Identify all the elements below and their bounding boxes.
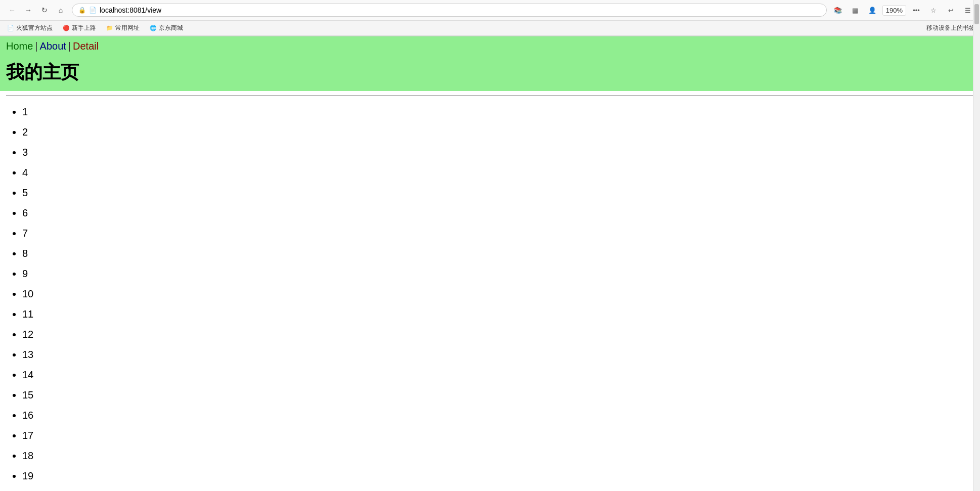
number-list: 123456789101112131415161718192021 xyxy=(6,102,974,491)
bookmark-newuser-icon: 🔴 xyxy=(63,25,70,31)
star-button[interactable]: ☆ xyxy=(926,3,941,17)
address-bar-container: 🔒 📄 xyxy=(72,4,827,17)
bookmark-common-icon: 📁 xyxy=(106,25,113,31)
list-item: 15 xyxy=(22,385,974,405)
list-item: 12 xyxy=(22,324,974,344)
address-input[interactable] xyxy=(100,6,820,14)
content-area: 123456789101112131415161718192021 xyxy=(0,95,980,491)
nav-buttons: ← → ↻ ⌂ xyxy=(5,3,68,17)
browser-toolbar: ← → ↻ ⌂ 🔒 📄 📚 ▦ 👤 190% ••• ☆ ↩ ☰ xyxy=(0,0,980,21)
bookmark-common-label: 常用网址 xyxy=(115,24,140,32)
list-item: 2 xyxy=(22,122,974,142)
list-item: 9 xyxy=(22,263,974,284)
page-content: Home | About | Detail 我的主页 1234567891011… xyxy=(0,36,980,491)
nav-detail-link[interactable]: Detail xyxy=(73,40,99,52)
bookmark-firefox[interactable]: 📄 火狐官方站点 xyxy=(5,23,55,33)
list-item: 3 xyxy=(22,142,974,162)
browser-chrome: ← → ↻ ⌂ 🔒 📄 📚 ▦ 👤 190% ••• ☆ ↩ ☰ 📄 火狐官方站… xyxy=(0,0,980,36)
list-item: 5 xyxy=(22,183,974,203)
undo-button[interactable]: ↩ xyxy=(944,3,958,17)
list-item: 17 xyxy=(22,425,974,445)
list-item: 11 xyxy=(22,304,974,324)
nav-separator-2: | xyxy=(68,40,71,52)
list-item: 20 xyxy=(22,486,974,491)
scrollbar-thumb[interactable] xyxy=(974,4,979,24)
list-item: 7 xyxy=(22,223,974,243)
list-item: 1 xyxy=(22,102,974,122)
account-button[interactable]: 👤 xyxy=(865,3,879,17)
nav-header: Home | About | Detail xyxy=(0,36,980,56)
security-icon: 🔒 xyxy=(78,7,86,14)
bookmark-firefox-icon: 📄 xyxy=(7,25,14,31)
bookmark-jd-icon: 🌐 xyxy=(150,25,157,31)
list-item: 6 xyxy=(22,203,974,223)
scrollbar[interactable] xyxy=(973,0,980,491)
list-item: 10 xyxy=(22,284,974,304)
bookmark-common[interactable]: 📁 常用网址 xyxy=(104,23,142,33)
list-item: 13 xyxy=(22,344,974,365)
bookmark-newuser[interactable]: 🔴 新手上路 xyxy=(61,23,98,33)
list-item: 19 xyxy=(22,466,974,486)
toolbar-right: 📚 ▦ 👤 190% ••• ☆ ↩ ☰ xyxy=(831,3,975,17)
bookmark-jd[interactable]: 🌐 京东商城 xyxy=(148,23,185,33)
nav-links: Home | About | Detail xyxy=(6,40,974,52)
list-item: 18 xyxy=(22,445,974,466)
sidebar-button[interactable]: ▦ xyxy=(848,3,862,17)
home-button[interactable]: ⌂ xyxy=(54,3,68,17)
nav-home-link[interactable]: Home xyxy=(6,40,33,52)
list-item: 16 xyxy=(22,405,974,425)
library-button[interactable]: 📚 xyxy=(831,3,845,17)
bookmark-jd-label: 京东商城 xyxy=(159,24,183,32)
bookmarks-bar: 📄 火狐官方站点 🔴 新手上路 📁 常用网址 🌐 京东商城 移动设备上的书签 xyxy=(0,21,980,36)
more-button[interactable]: ••• xyxy=(909,3,923,17)
back-button[interactable]: ← xyxy=(5,3,19,17)
list-item: 14 xyxy=(22,365,974,385)
mobile-bookmarks-label[interactable]: 移动设备上的书签 xyxy=(926,24,975,32)
nav-separator-1: | xyxy=(35,40,37,52)
list-item: 4 xyxy=(22,162,974,183)
list-item: 8 xyxy=(22,243,974,263)
zoom-display: 190% xyxy=(882,5,906,16)
page-icon: 📄 xyxy=(89,7,97,14)
bookmark-firefox-label: 火狐官方站点 xyxy=(16,24,53,32)
refresh-button[interactable]: ↻ xyxy=(37,3,52,17)
page-title: 我的主页 xyxy=(0,56,980,91)
forward-button[interactable]: → xyxy=(21,3,35,17)
nav-about-link[interactable]: About xyxy=(40,40,66,52)
content-divider xyxy=(6,95,974,96)
bookmark-newuser-label: 新手上路 xyxy=(72,24,96,32)
